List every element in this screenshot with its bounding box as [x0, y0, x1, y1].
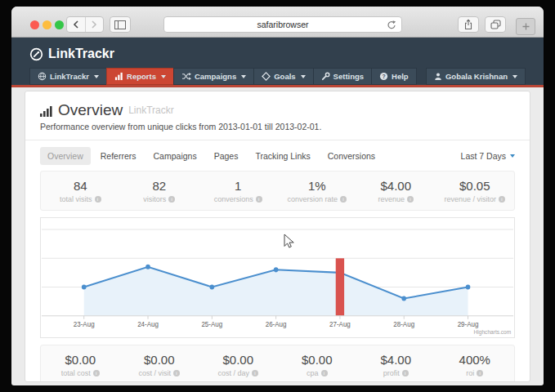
- help-icon: ?: [379, 72, 388, 81]
- menu-spacer: [417, 68, 426, 85]
- stat-value: 82: [120, 179, 199, 193]
- user-icon: [434, 72, 442, 81]
- stat-visitors: 82 visitorsi: [120, 179, 199, 203]
- close-button[interactable]: [30, 20, 39, 29]
- new-tab-button[interactable]: [516, 18, 535, 35]
- menu-item-help[interactable]: ? Help: [371, 68, 417, 85]
- svg-text:27-Aug: 27-Aug: [329, 320, 351, 328]
- browser-toolbar: safaribrowser: [11, 7, 544, 38]
- chevron-down-icon: [241, 75, 246, 78]
- stat-value: $4.00: [356, 179, 436, 193]
- page-content: Overview LinkTrackr Performance overview…: [11, 87, 544, 382]
- stat-conversions: 1 conversionsi: [199, 179, 278, 203]
- info-icon[interactable]: i: [340, 196, 347, 203]
- info-icon[interactable]: i: [402, 370, 409, 376]
- visits-chart-card: 23-Aug24-Aug25-Aug26-Aug27-Aug28-Aug29-A…: [40, 217, 515, 338]
- stat-value: $0.05: [436, 179, 515, 193]
- menu-item-campaigns[interactable]: Campaigns: [173, 68, 254, 85]
- app-navbar: LinkTrackr LinkTrackr Reports: [11, 38, 544, 87]
- minimize-button[interactable]: [43, 20, 51, 29]
- info-icon[interactable]: i: [173, 370, 180, 376]
- svg-text:24-Aug: 24-Aug: [137, 320, 159, 328]
- forward-button[interactable]: [85, 17, 104, 32]
- info-icon[interactable]: i: [93, 370, 100, 376]
- stat-roi: 400% roii: [436, 353, 515, 377]
- brand[interactable]: LinkTrackr: [29, 44, 526, 64]
- svg-text:Highcharts.com: Highcharts.com: [474, 329, 512, 336]
- info-icon[interactable]: i: [321, 370, 328, 376]
- stat-value: $0.00: [278, 353, 357, 367]
- tab-campaigns[interactable]: Campaigns: [146, 147, 204, 165]
- sidebar-toggle-button[interactable]: [110, 16, 131, 33]
- user-menu[interactable]: Gobala Krishnan: [426, 68, 526, 85]
- diamond-icon: [262, 72, 271, 81]
- page-title: Overview: [58, 101, 123, 119]
- tab-tracking-links[interactable]: Tracking Links: [248, 147, 317, 165]
- bar-chart-icon: [114, 72, 123, 81]
- address-bar[interactable]: safaribrowser: [163, 16, 402, 33]
- stat-label: total costi: [41, 369, 120, 377]
- date-range-value: Last 7 Days: [461, 151, 506, 161]
- stats-row-top: 84 total visitsi 82 visitorsi 1 conversi…: [40, 171, 515, 211]
- back-button[interactable]: [67, 17, 85, 32]
- info-icon[interactable]: i: [252, 370, 258, 376]
- info-icon[interactable]: i: [256, 196, 262, 203]
- stat-value: $0.00: [199, 353, 278, 367]
- menu-label: Help: [392, 72, 409, 81]
- page-header: Overview LinkTrackr: [40, 101, 515, 119]
- zoom-button[interactable]: [55, 20, 64, 29]
- plus-icon: [522, 23, 530, 30]
- main-menu: LinkTrackr Reports Campai: [29, 68, 526, 85]
- stat-label: revenue / visitori: [436, 195, 515, 203]
- info-icon[interactable]: i: [95, 196, 101, 203]
- tab-conversions[interactable]: Conversions: [320, 147, 383, 165]
- reload-button[interactable]: [387, 20, 396, 32]
- chevron-down-icon: [301, 75, 306, 78]
- stat-total-visits: 84 total visitsi: [41, 179, 120, 203]
- svg-text:23-Aug: 23-Aug: [74, 320, 95, 328]
- chevron-right-icon: [90, 20, 98, 29]
- share-icon: [463, 19, 473, 30]
- user-name: Gobala Krishnan: [445, 72, 508, 81]
- tab-overview[interactable]: Overview: [40, 147, 91, 165]
- stat-label: profiti: [356, 369, 436, 377]
- menu-label: Reports: [127, 72, 156, 81]
- menu-label: Campaigns: [195, 72, 236, 81]
- stat-label: conversion ratei: [278, 195, 357, 203]
- chevron-down-icon: [512, 75, 517, 78]
- menu-item-linktrackr[interactable]: LinkTrackr: [29, 68, 107, 85]
- menu-item-goals[interactable]: Goals: [253, 68, 313, 85]
- stat-value: $0.00: [41, 353, 120, 367]
- stat-conversion-rate: 1% conversion ratei: [278, 179, 357, 203]
- stat-cpa: $0.00 cpai: [278, 353, 357, 377]
- share-button[interactable]: [458, 16, 479, 33]
- stat-label: conversionsi: [199, 195, 278, 203]
- chevron-left-icon: [72, 20, 80, 29]
- stat-value: 400%: [436, 353, 515, 367]
- show-tabs-button[interactable]: [485, 16, 506, 33]
- chevron-down-icon: [161, 75, 166, 78]
- menu-item-settings[interactable]: Settings: [313, 68, 372, 85]
- menu-label: Settings: [333, 72, 364, 81]
- tab-referrers[interactable]: Referrers: [93, 147, 144, 165]
- visits-chart[interactable]: 23-Aug24-Aug25-Aug26-Aug27-Aug28-Aug29-A…: [41, 218, 514, 337]
- info-icon[interactable]: i: [407, 196, 414, 203]
- info-icon[interactable]: i: [168, 196, 175, 203]
- menu-item-reports[interactable]: Reports: [106, 68, 174, 85]
- stat-revenue-per-visitor: $0.05 revenue / visitori: [436, 179, 515, 203]
- info-icon[interactable]: i: [477, 370, 483, 376]
- sidebar-icon: [114, 20, 126, 29]
- menu-label: Goals: [274, 72, 295, 81]
- date-range-dropdown[interactable]: Last 7 Days: [461, 151, 515, 161]
- menu-label: LinkTrackr: [50, 72, 89, 81]
- info-icon[interactable]: i: [499, 196, 505, 203]
- svg-text:?: ?: [382, 74, 385, 79]
- browser-window: safaribrowser: [11, 7, 544, 385]
- stat-cost-per-day: $0.00 cost / dayi: [199, 353, 278, 377]
- tabs-overview-icon: [490, 20, 501, 29]
- tab-pages[interactable]: Pages: [207, 147, 246, 165]
- overview-bars-icon: [40, 105, 52, 117]
- svg-text:28-Aug: 28-Aug: [393, 320, 414, 328]
- globe-icon: [38, 72, 47, 81]
- brand-name: LinkTrackr: [48, 47, 114, 61]
